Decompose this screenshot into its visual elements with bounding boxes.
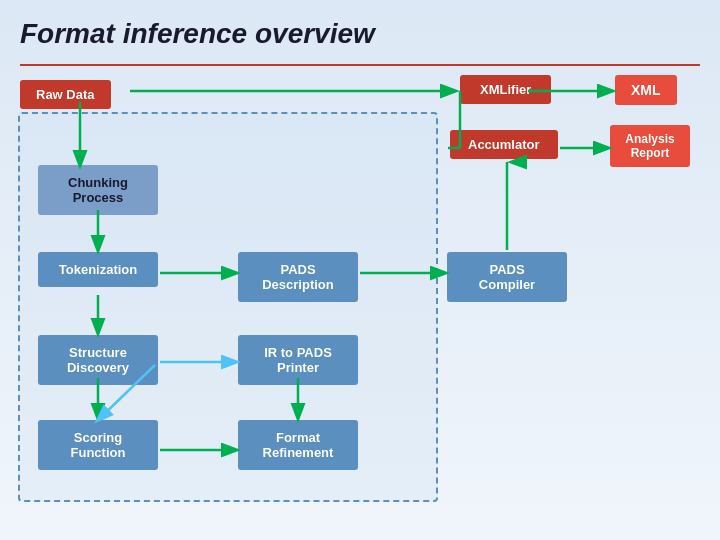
- scoring-function-box: Scoring Function: [38, 420, 158, 470]
- title-underline: [20, 64, 700, 66]
- slide: Format inference overview Raw Data XMLif…: [0, 0, 720, 540]
- slide-title: Format inference overview: [20, 18, 700, 50]
- accumlator-box: Accumlator: [450, 130, 558, 159]
- analysis-report-box: Analysis Report: [610, 125, 690, 167]
- tokenization-box: Tokenization: [38, 252, 158, 287]
- chunking-process-box: Chunking Process: [38, 165, 158, 215]
- ir-pads-printer-box: IR to PADS Printer: [238, 335, 358, 385]
- xml-box: XML: [615, 75, 677, 105]
- pads-description-box: PADS Description: [238, 252, 358, 302]
- structure-discovery-box: Structure Discovery: [38, 335, 158, 385]
- xmlifier-box: XMLifier: [460, 75, 551, 104]
- format-refinement-box: Format Refinement: [238, 420, 358, 470]
- pads-compiler-box: PADS Compiler: [447, 252, 567, 302]
- raw-data-box: Raw Data: [20, 80, 111, 109]
